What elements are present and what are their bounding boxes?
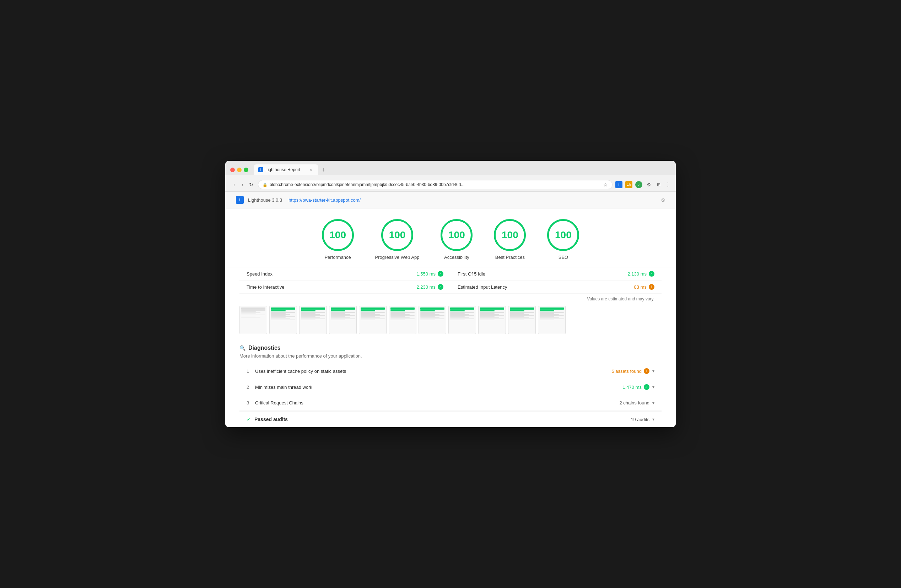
score-circle-pwa: 100 xyxy=(381,219,413,251)
audit-number-1: 2 xyxy=(246,384,255,390)
film-frame-8 xyxy=(478,306,506,334)
audit-name-1: Minimizes main thread work xyxy=(255,384,623,390)
score-circle-performance: 100 xyxy=(322,219,354,251)
close-traffic-light[interactable] xyxy=(230,168,235,172)
extension-icon-2[interactable]: 1h xyxy=(625,181,633,188)
scores-section: 100 Performance 100 Progressive Web App … xyxy=(225,208,676,267)
tab-bar: i Lighthouse Report × + xyxy=(254,164,329,175)
passed-chevron-icon: ▾ xyxy=(652,417,655,422)
audit-result-0: 5 assets found i xyxy=(611,368,650,374)
film-frame-5 xyxy=(389,306,416,334)
score-circle-accessibility: 100 xyxy=(441,219,472,251)
metric-row-input-latency: Estimated Input Latency 83 ms i xyxy=(450,280,661,294)
tab-title: Lighthouse Report xyxy=(265,167,300,172)
film-frame-7 xyxy=(448,306,476,334)
score-label-best-practices: Best Practices xyxy=(495,255,525,260)
tab-favicon: i xyxy=(258,167,263,172)
metric-value-input-latency: 83 ms i xyxy=(634,284,655,290)
extension-icon-1[interactable]: i xyxy=(615,181,622,188)
refresh-button[interactable]: ↻ xyxy=(247,181,255,188)
lighthouse-header: i Lighthouse 3.0.3 https://pwa-starter-k… xyxy=(225,192,676,208)
diagnostics-section: 🔍 Diagnostics More information about the… xyxy=(225,341,676,427)
page-content: i Lighthouse 3.0.3 https://pwa-starter-k… xyxy=(225,192,676,427)
score-label-accessibility: Accessibility xyxy=(444,255,469,260)
audit-number-2: 3 xyxy=(246,400,255,406)
film-frame-9 xyxy=(508,306,536,334)
traffic-lights xyxy=(230,168,248,172)
bookmark-icon[interactable]: ☆ xyxy=(603,182,608,187)
metric-value-first-idle: 2,130 ms ✓ xyxy=(628,271,655,277)
audit-result-1: 1,470 ms ✓ xyxy=(623,384,650,390)
search-icon: 🔍 xyxy=(240,345,245,351)
more-options-button[interactable]: ⋮ xyxy=(665,182,671,188)
audit-name-2: Critical Request Chains xyxy=(255,400,619,406)
metrics-grid: Speed Index 1,550 ms ✓ First Of 5 Idle 2… xyxy=(240,268,661,294)
score-item-best-practices: 100 Best Practices xyxy=(494,219,526,260)
score-circle-best-practices: 100 xyxy=(494,219,526,251)
share-button[interactable]: ⎋ xyxy=(661,197,665,203)
check-icon-speed-index: ✓ xyxy=(438,271,443,277)
film-frame-0 xyxy=(240,306,267,334)
metrics-note: Values are estimated and may vary. xyxy=(240,294,661,306)
check-icon-first-idle: ✓ xyxy=(649,271,655,277)
check-icon-tti: ✓ xyxy=(438,284,443,290)
metric-name-tti: Time to Interactive xyxy=(246,285,284,290)
extensions-button[interactable]: ⊞ xyxy=(655,181,662,188)
diagnostics-title: Diagnostics xyxy=(248,345,281,351)
score-item-performance: 100 Performance xyxy=(322,219,354,260)
tab-close-button[interactable]: × xyxy=(308,167,314,173)
metric-name-input-latency: Estimated Input Latency xyxy=(458,285,507,290)
forward-button[interactable]: › xyxy=(239,181,246,188)
audit-number-0: 1 xyxy=(246,369,255,374)
audit-item-2[interactable]: 3 Critical Request Chains 2 chains found… xyxy=(240,395,661,411)
film-frame-3 xyxy=(329,306,357,334)
new-tab-button[interactable]: + xyxy=(319,165,329,175)
audit-item-1[interactable]: 2 Minimizes main thread work 1,470 ms ✓ … xyxy=(240,379,661,395)
browser-chrome: i Lighthouse Report × + xyxy=(225,161,676,175)
extension-icon-4[interactable]: ⚙ xyxy=(645,181,652,188)
score-label-pwa: Progressive Web App xyxy=(375,255,419,260)
extension-icon-3[interactable]: ✓ xyxy=(635,181,642,188)
metric-row-first-idle: First Of 5 Idle 2,130 ms ✓ xyxy=(450,268,661,280)
chevron-icon-1: ▾ xyxy=(652,384,655,389)
metric-name-speed-index: Speed Index xyxy=(246,271,273,277)
browser-window: i Lighthouse Report × + ‹ › ↻ 🔒 blob:chr… xyxy=(225,161,676,427)
filmstrip xyxy=(225,306,676,341)
browser-controls: i Lighthouse Report × + xyxy=(230,164,671,175)
address-bar-row: ‹ › ↻ 🔒 blob:chrome-extension://blipmdco… xyxy=(225,178,676,192)
score-label-seo: SEO xyxy=(558,255,568,260)
active-tab[interactable]: i Lighthouse Report × xyxy=(254,164,318,175)
film-frame-1 xyxy=(269,306,297,334)
metric-name-first-idle: First Of 5 Idle xyxy=(458,271,485,277)
passed-audits[interactable]: ✓ Passed audits 19 audits ▾ xyxy=(240,411,661,427)
audit-name-0: Uses inefficient cache policy on static … xyxy=(255,369,611,374)
score-label-performance: Performance xyxy=(324,255,351,260)
audit-result-2: 2 chains found xyxy=(619,400,650,406)
film-frame-10 xyxy=(538,306,566,334)
film-frame-4 xyxy=(359,306,387,334)
check-icon-audit-1: ✓ xyxy=(644,384,650,390)
passed-audits-label: Passed audits xyxy=(254,417,631,422)
toolbar-icons: i 1h ✓ ⚙ ⊞ ⋮ xyxy=(615,181,671,188)
metric-row-tti: Time to Interactive 2,230 ms ✓ xyxy=(240,280,450,294)
diagnostics-subtitle: More information about the performance o… xyxy=(240,353,661,359)
audit-item-0[interactable]: 1 Uses inefficient cache policy on stati… xyxy=(240,363,661,379)
address-text: blob:chrome-extension://blipmdconlkpinef… xyxy=(270,182,601,187)
score-circle-seo: 100 xyxy=(547,219,579,251)
chevron-icon-2: ▾ xyxy=(652,401,655,406)
metric-value-speed-index: 1,550 ms ✓ xyxy=(417,271,443,277)
diagnostics-header: 🔍 Diagnostics xyxy=(240,345,661,351)
back-button[interactable]: ‹ xyxy=(230,181,238,188)
minimize-traffic-light[interactable] xyxy=(237,168,242,172)
maximize-traffic-light[interactable] xyxy=(244,168,248,172)
score-item-accessibility: 100 Accessibility xyxy=(441,219,472,260)
film-frame-6 xyxy=(419,306,446,334)
info-icon-audit-0: i xyxy=(644,368,650,374)
metric-value-tti: 2,230 ms ✓ xyxy=(417,284,443,290)
address-bar[interactable]: 🔒 blob:chrome-extension://blipmdconlkpin… xyxy=(258,180,613,189)
chevron-icon-0: ▾ xyxy=(652,369,655,373)
info-icon-input-latency: i xyxy=(649,284,655,290)
passed-audits-count: 19 audits xyxy=(631,417,650,422)
lighthouse-url[interactable]: https://pwa-starter-kit.appspot.com/ xyxy=(288,198,361,203)
score-item-pwa: 100 Progressive Web App xyxy=(375,219,419,260)
